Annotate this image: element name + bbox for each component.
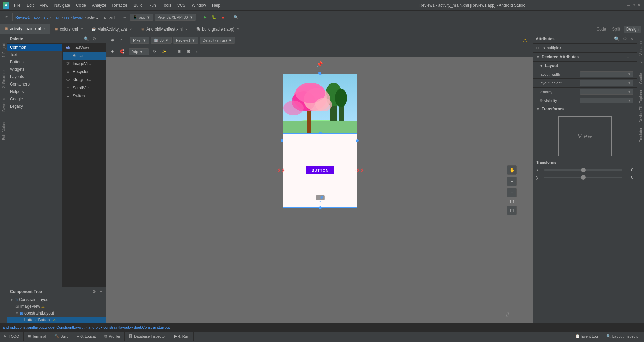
lower-bottom-handle[interactable] xyxy=(319,206,322,209)
rotation-x-slider[interactable] xyxy=(544,169,622,171)
device-file-explorer-tab[interactable]: Device File Explorer xyxy=(638,87,644,125)
structure-tab[interactable]: 2: Structure xyxy=(0,66,7,93)
path-res[interactable]: res xyxy=(64,15,69,19)
zoom-in-btn[interactable]: + xyxy=(507,177,517,186)
palette-category-google[interactable]: Google xyxy=(7,95,62,103)
rotation-y-slider[interactable] xyxy=(544,177,622,178)
tab-activity-main-xml[interactable]: ⊞ activity_main.xml × xyxy=(0,24,50,34)
attributes-close-btn[interactable]: × xyxy=(629,36,634,42)
design-align-v[interactable]: ⊞ xyxy=(185,48,192,55)
tree-item-constraintlayout-root[interactable]: ▼ ⊞ ConstraintLayout xyxy=(7,296,106,303)
event-log-tab[interactable]: 📋 Event Log xyxy=(571,332,602,341)
menu-refactor[interactable]: Refactor xyxy=(110,2,130,9)
breadcrumb-item-1[interactable]: androidx.constraintlayout.widget.Constra… xyxy=(3,325,84,329)
palette-item-recyclerview[interactable]: ≡ Recycler... xyxy=(63,68,106,76)
design-refresh[interactable]: ↻ xyxy=(151,48,158,55)
menu-edit[interactable]: Edit xyxy=(24,2,36,9)
device-dropdown[interactable]: Pixel 3a XL API 30▼ xyxy=(155,14,196,21)
palette-category-containers[interactable]: Containers xyxy=(7,80,62,88)
palette-item-fragment[interactable]: <> <fragme... xyxy=(63,76,106,84)
hand-tool[interactable]: ✋ xyxy=(507,165,517,175)
attr-value-visibility[interactable]: ▼ xyxy=(580,89,633,95)
tab-close[interactable]: × xyxy=(237,27,239,31)
logcat-tab[interactable]: ≡ 6: Logcat xyxy=(73,332,100,341)
palette-category-helpers[interactable]: Helpers xyxy=(7,88,62,95)
menu-vcs[interactable]: VCS xyxy=(175,2,189,9)
attr-value-visibility2[interactable]: ▼ xyxy=(580,98,633,103)
maximize-button[interactable]: □ xyxy=(631,3,636,8)
todo-tab[interactable]: ☑ TODO xyxy=(0,332,24,341)
tree-item-button[interactable]: □ button "Button" ⚠ xyxy=(7,317,106,323)
design-rotate-btn[interactable]: ⊕ xyxy=(109,37,116,44)
palette-category-text[interactable]: Text xyxy=(7,51,62,58)
menu-help[interactable]: Help xyxy=(209,2,223,9)
palette-item-textview[interactable]: Ab TextView xyxy=(63,44,106,52)
minimize-button[interactable]: — xyxy=(626,3,631,8)
favorites-tab[interactable]: Favorites xyxy=(0,95,7,115)
theme-dropdown[interactable]: Review1▼ xyxy=(173,37,198,44)
split-view-tab[interactable]: Split xyxy=(609,26,623,33)
design-view-tab[interactable]: Design xyxy=(624,26,641,33)
palette-item-button[interactable]: □ Button xyxy=(63,52,106,60)
left-resize-handle[interactable] xyxy=(281,139,283,142)
tab-mainactivity-java[interactable]: ☕ MainActivity.java × xyxy=(87,24,136,34)
tree-item-constraintlayout-child[interactable]: ▼ ⊞ constraintLayout xyxy=(7,310,106,317)
design-toggle-btn[interactable]: ⊙ xyxy=(117,37,124,44)
path-review1[interactable]: Review1 xyxy=(15,15,30,19)
menu-run[interactable]: Run xyxy=(146,2,159,9)
palette-category-buttons[interactable]: Buttons xyxy=(7,58,62,66)
tab-close[interactable]: × xyxy=(43,27,45,31)
design-zoom-in[interactable]: ⊕ xyxy=(109,48,116,55)
attributes-search-btn[interactable]: 🔍 xyxy=(613,36,621,42)
layout-subsection-header[interactable]: ▼ Layout xyxy=(533,62,637,70)
palette-item-imageview[interactable]: 🖼 ImageVi... xyxy=(63,60,106,68)
tab-close[interactable]: × xyxy=(130,27,132,31)
top-resize-handle[interactable] xyxy=(318,72,321,74)
transforms-header[interactable]: ▼ Transforms xyxy=(533,105,637,113)
tab-build-gradle[interactable]: 🐘 build.gradle (:app) × xyxy=(192,24,244,34)
component-tree-settings-btn[interactable]: ⚙ xyxy=(91,289,97,294)
toolbar-search[interactable]: 🔍 xyxy=(232,14,240,21)
build-tab[interactable]: 🔨 Build xyxy=(50,332,73,341)
palette-category-widgets[interactable]: Widgets xyxy=(7,66,62,73)
design-distribute[interactable]: ↕ xyxy=(194,48,200,55)
project-tab[interactable]: 1: Project xyxy=(0,37,7,64)
palette-settings-btn[interactable]: ⚙ xyxy=(91,36,97,42)
palette-item-switch[interactable]: ● Switch xyxy=(63,92,106,100)
palette-category-common[interactable]: Common xyxy=(7,44,62,51)
menu-code[interactable]: Code xyxy=(73,2,89,9)
menu-file[interactable]: File xyxy=(11,2,23,9)
path-layout[interactable]: layout xyxy=(73,15,83,19)
right-resize-handle[interactable] xyxy=(356,139,359,142)
declared-attrs-header[interactable]: ▼ Declared Attributes + − xyxy=(533,53,637,62)
attributes-settings-btn[interactable]: ⚙ xyxy=(622,36,628,42)
gradle-tab[interactable]: Gradle xyxy=(638,70,644,87)
button-widget[interactable]: BUTTON xyxy=(306,166,334,174)
menu-window[interactable]: Window xyxy=(189,2,209,9)
warning-indicator[interactable]: ⚠ xyxy=(523,38,527,43)
path-main[interactable]: main xyxy=(52,15,60,19)
menu-navigate[interactable]: Navigate xyxy=(52,2,73,9)
path-src[interactable]: src xyxy=(44,15,49,19)
design-align-h[interactable]: ⊟ xyxy=(176,48,183,55)
design-canvas[interactable]: 📌 xyxy=(106,57,533,323)
locale-dropdown[interactable]: Default (en-us)▼ xyxy=(200,37,235,44)
terminal-tab[interactable]: ⊞ Terminal xyxy=(24,332,51,341)
toolbar-sync[interactable]: ⟳ xyxy=(3,14,10,21)
tree-item-imageview[interactable]: 🖼 imageView ⚠ xyxy=(7,303,106,310)
path-app[interactable]: app xyxy=(34,15,40,19)
menu-view[interactable]: View xyxy=(37,2,51,9)
add-attr-btn[interactable]: + xyxy=(627,54,629,60)
design-wand[interactable]: ✨ xyxy=(160,48,169,55)
run-button[interactable]: ▶ xyxy=(202,14,208,21)
design-magnet[interactable]: 🧲 xyxy=(118,48,127,55)
attr-value-layout-width[interactable]: ▼ xyxy=(580,71,633,77)
run-tab[interactable]: ▶ 4: Run xyxy=(170,332,194,341)
zoom-out-btn[interactable]: − xyxy=(507,188,517,197)
code-view-tab[interactable]: Code xyxy=(594,26,609,33)
palette-search-btn[interactable]: 🔍 xyxy=(83,36,90,42)
stop-button[interactable]: ■ xyxy=(220,14,226,21)
attr-value-layout-height[interactable]: ▼ xyxy=(580,80,633,86)
dp-dropdown[interactable]: 0dp▼ xyxy=(129,48,149,55)
breadcrumb-item-2[interactable]: androidx.constraintlayout.widget.Constra… xyxy=(88,325,170,329)
